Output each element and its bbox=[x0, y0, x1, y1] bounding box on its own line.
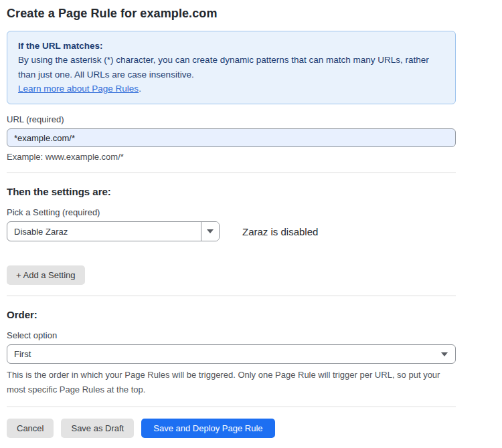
url-example-text: Example: www.example.com/* bbox=[7, 152, 456, 162]
url-matches-info-box: If the URL matches: By using the asteris… bbox=[7, 31, 456, 104]
cancel-button[interactable]: Cancel bbox=[7, 419, 54, 438]
divider bbox=[7, 407, 456, 407]
info-box-body: By using the asterisk (*) character, you… bbox=[18, 53, 440, 82]
pick-setting-label: Pick a Setting (required) bbox=[7, 207, 456, 217]
link-suffix: . bbox=[139, 84, 141, 94]
page-rule-form: Create a Page Rule for example.com If th… bbox=[0, 0, 456, 448]
save-as-draft-button[interactable]: Save as Draft bbox=[61, 419, 134, 438]
setting-picker-row: Disable Zaraz Zaraz is disabled bbox=[7, 221, 456, 241]
divider bbox=[7, 173, 456, 173]
order-select-label: Select option bbox=[7, 330, 456, 340]
info-box-link-line: Learn more about Page Rules. bbox=[18, 82, 444, 96]
divider bbox=[7, 296, 456, 296]
learn-more-link[interactable]: Learn more about Page Rules bbox=[18, 84, 139, 94]
chevron-down-icon bbox=[207, 229, 214, 233]
settings-section-heading: Then the settings are: bbox=[7, 186, 456, 197]
setting-dropdown-caret-button[interactable] bbox=[201, 222, 219, 241]
zaraz-status-text: Zaraz is disabled bbox=[242, 226, 318, 237]
footer-actions: Cancel Save as Draft Save and Deploy Pag… bbox=[7, 419, 456, 448]
order-select[interactable]: First bbox=[7, 344, 456, 364]
order-select-value: First bbox=[14, 349, 31, 359]
order-section-heading: Order: bbox=[7, 309, 456, 320]
url-field-label: URL (required) bbox=[7, 114, 456, 124]
info-box-heading: If the URL matches: bbox=[18, 39, 444, 53]
add-setting-button[interactable]: + Add a Setting bbox=[7, 265, 85, 285]
url-input[interactable] bbox=[7, 128, 456, 147]
order-help-text: This is the order in which your Page Rul… bbox=[7, 368, 456, 397]
setting-dropdown[interactable]: Disable Zaraz bbox=[7, 221, 220, 241]
setting-dropdown-value: Disable Zaraz bbox=[7, 222, 201, 241]
chevron-down-icon bbox=[441, 352, 448, 356]
page-title: Create a Page Rule for example.com bbox=[7, 7, 456, 21]
save-and-deploy-button[interactable]: Save and Deploy Page Rule bbox=[141, 419, 274, 438]
